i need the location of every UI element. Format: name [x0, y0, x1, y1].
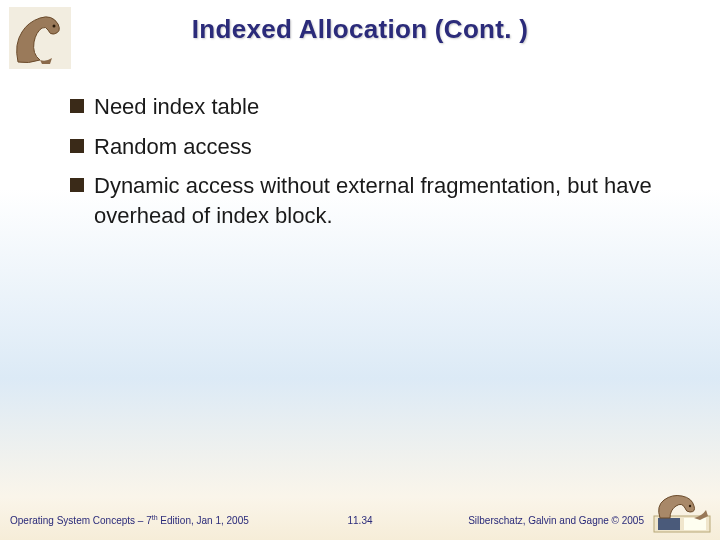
- svg-rect-3: [658, 518, 680, 530]
- bullet-item: Need index table: [70, 92, 680, 122]
- square-bullet-icon: [70, 99, 84, 113]
- bullet-text: Dynamic access without external fragment…: [94, 171, 680, 230]
- bullet-item: Dynamic access without external fragment…: [70, 171, 680, 230]
- bullet-text: Need index table: [94, 92, 259, 122]
- slide: Indexed Allocation (Cont. ) Need index t…: [0, 0, 720, 540]
- square-bullet-icon: [70, 139, 84, 153]
- content-area: Need index table Random access Dynamic a…: [70, 92, 680, 241]
- bullet-item: Random access: [70, 132, 680, 162]
- svg-rect-4: [684, 518, 706, 530]
- footer-copyright: Silberschatz, Galvin and Gagne © 2005: [468, 515, 644, 526]
- svg-point-5: [689, 505, 691, 507]
- dinosaur-book-logo-icon: [652, 490, 712, 534]
- square-bullet-icon: [70, 178, 84, 192]
- slide-title: Indexed Allocation (Cont. ): [0, 14, 720, 45]
- bullet-text: Random access: [94, 132, 252, 162]
